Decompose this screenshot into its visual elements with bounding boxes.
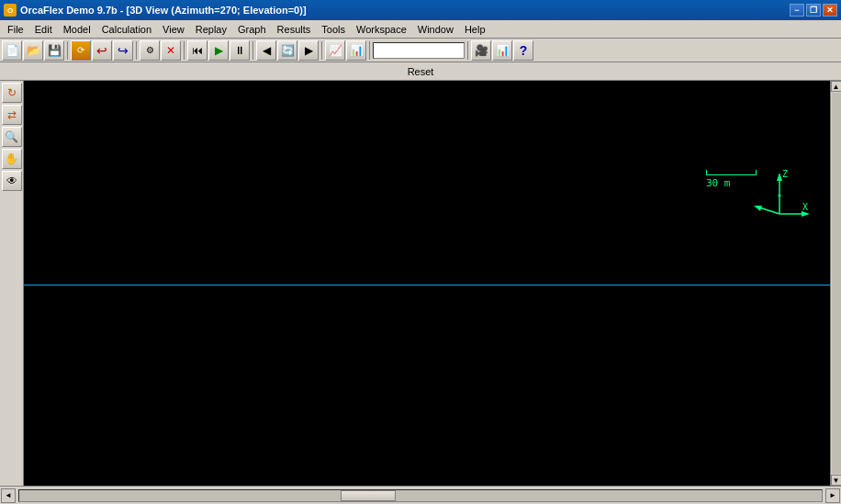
zoom-button[interactable]: 🔍 bbox=[2, 127, 22, 147]
title-bar-controls: − ❐ ✕ bbox=[790, 4, 837, 17]
separator bbox=[67, 41, 68, 60]
scroll-track-h[interactable] bbox=[18, 489, 823, 502]
separator2 bbox=[136, 41, 137, 60]
chart-icon-btn[interactable]: 📊 bbox=[492, 40, 512, 61]
right-scrollbar: ▲ ▼ bbox=[830, 81, 841, 486]
menu-bar: File Edit Model Calculation View Replay … bbox=[0, 20, 841, 39]
svg-marker-7 bbox=[754, 206, 762, 211]
play-button[interactable]: ▶ bbox=[208, 40, 229, 61]
menu-view[interactable]: View bbox=[157, 21, 190, 38]
menu-replay[interactable]: Replay bbox=[190, 21, 232, 38]
next-button[interactable]: ▶ bbox=[298, 40, 319, 61]
menu-workspace[interactable]: Workspace bbox=[351, 21, 412, 38]
open-button[interactable]: 📂 bbox=[23, 40, 43, 61]
menu-window[interactable]: Window bbox=[412, 21, 459, 38]
reset-bar: Reset bbox=[0, 62, 841, 81]
pause-button[interactable]: ⏸ bbox=[230, 40, 250, 61]
separator7 bbox=[467, 41, 468, 60]
eye-button[interactable]: 👁 bbox=[2, 171, 22, 191]
menu-graph[interactable]: Graph bbox=[232, 21, 272, 38]
separator5 bbox=[321, 41, 322, 60]
redo-button[interactable]: ↪ bbox=[113, 40, 133, 61]
app-icon: O bbox=[4, 4, 17, 17]
select-button[interactable]: ✋ bbox=[2, 149, 22, 169]
model-btn2[interactable]: ✕ bbox=[161, 40, 181, 61]
menu-results[interactable]: Results bbox=[272, 21, 317, 38]
left-toolbar: ↻ ⇄ 🔍 ✋ 👁 bbox=[0, 81, 24, 486]
reset-label: Reset bbox=[408, 66, 434, 77]
graph-btn[interactable]: 📈 bbox=[325, 40, 345, 61]
title-bar: O OrcaFlex Demo 9.7b - [3D View (Azimuth… bbox=[0, 0, 841, 20]
scale-text: 30 m bbox=[706, 177, 731, 189]
title-bar-left: O OrcaFlex Demo 9.7b - [3D View (Azimuth… bbox=[4, 4, 307, 17]
scroll-down-arrow[interactable]: ▼ bbox=[831, 475, 842, 486]
separator4 bbox=[252, 41, 253, 60]
search-input[interactable] bbox=[373, 42, 465, 59]
svg-text:Z: Z bbox=[782, 169, 788, 179]
reset-button[interactable]: ⟳ bbox=[71, 40, 91, 61]
data-btn[interactable]: 📊 bbox=[346, 40, 366, 61]
menu-edit[interactable]: Edit bbox=[29, 21, 58, 38]
play-start[interactable]: ⏮ bbox=[187, 40, 207, 61]
prev-button[interactable]: ◀ bbox=[256, 40, 276, 61]
svg-text:X: X bbox=[802, 202, 808, 212]
save-button[interactable]: 💾 bbox=[44, 40, 64, 61]
menu-model[interactable]: Model bbox=[58, 21, 96, 38]
toolbar1: 📄 📂 💾 ⟳ ↩ ↪ ⚙ ✕ ⏮ ▶ ⏸ ◀ 🔄 ▶ 📈 📊 🎥 📊 ? bbox=[0, 39, 841, 62]
menu-file[interactable]: File bbox=[2, 21, 29, 38]
menu-calculation[interactable]: Calculation bbox=[96, 21, 157, 38]
separator6 bbox=[369, 41, 370, 60]
scroll-thumb-h[interactable] bbox=[341, 490, 396, 501]
rotate-button[interactable]: ↻ bbox=[2, 83, 22, 103]
menu-help[interactable]: Help bbox=[459, 21, 491, 38]
scroll-up-arrow[interactable]: ▲ bbox=[831, 81, 842, 92]
scroll-right-arrow[interactable]: ► bbox=[825, 488, 840, 503]
menu-tools[interactable]: Tools bbox=[316, 21, 351, 38]
help-icon-btn[interactable]: ? bbox=[513, 40, 533, 61]
undo-button[interactable]: ↩ bbox=[92, 40, 112, 61]
minimize-button[interactable]: − bbox=[790, 4, 804, 17]
horizontal-divider bbox=[24, 285, 830, 286]
axis-indicator: Z X bbox=[747, 168, 812, 223]
model-btn1[interactable]: ⚙ bbox=[140, 40, 160, 61]
loop-button[interactable]: 🔄 bbox=[277, 40, 297, 61]
separator3 bbox=[184, 41, 185, 60]
scroll-left-arrow[interactable]: ◄ bbox=[1, 488, 16, 503]
scroll-track-v bbox=[832, 93, 841, 474]
viewport[interactable]: 30 m Z X bbox=[24, 81, 830, 486]
camera-icon-btn[interactable]: 🎥 bbox=[471, 40, 491, 61]
new-button[interactable]: 📄 bbox=[2, 40, 22, 61]
restore-button[interactable]: ❐ bbox=[806, 4, 821, 17]
close-button[interactable]: ✕ bbox=[823, 4, 837, 17]
title-text: OrcaFlex Demo 9.7b - [3D View (Azimuth=2… bbox=[20, 5, 307, 16]
bottom-scrollbar: ◄ ► bbox=[0, 486, 841, 504]
pan-button[interactable]: ⇄ bbox=[2, 105, 22, 125]
